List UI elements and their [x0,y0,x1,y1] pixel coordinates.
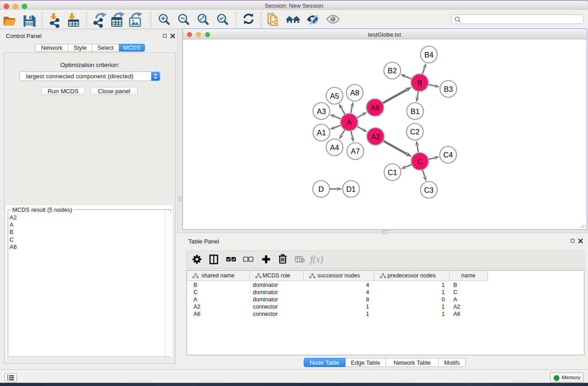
svg-text:D: D [319,185,324,193]
svg-text:A5: A5 [330,92,339,100]
svg-text:B4: B4 [425,51,434,59]
svg-text:A4: A4 [330,143,339,152]
svg-text:A1: A1 [317,129,326,137]
svg-text:A6: A6 [371,104,380,112]
svg-text:B1: B1 [411,107,420,115]
svg-text:f(x): f(x) [310,254,323,265]
svg-text:B: B [417,79,422,87]
svg-text:C4: C4 [444,151,453,159]
svg-text:C3: C3 [424,186,434,194]
svg-text:A2: A2 [371,133,380,141]
svg-text:C2: C2 [410,128,420,136]
svg-text:C: C [417,157,423,166]
svg-text:A8: A8 [350,89,359,97]
svg-text:A: A [347,118,352,126]
svg-text:D1: D1 [346,185,356,193]
svg-text:B3: B3 [444,85,453,93]
svg-text:B2: B2 [388,67,397,75]
svg-text:C1: C1 [388,168,397,176]
svg-text:A3: A3 [317,107,326,115]
svg-text:A7: A7 [351,147,360,155]
